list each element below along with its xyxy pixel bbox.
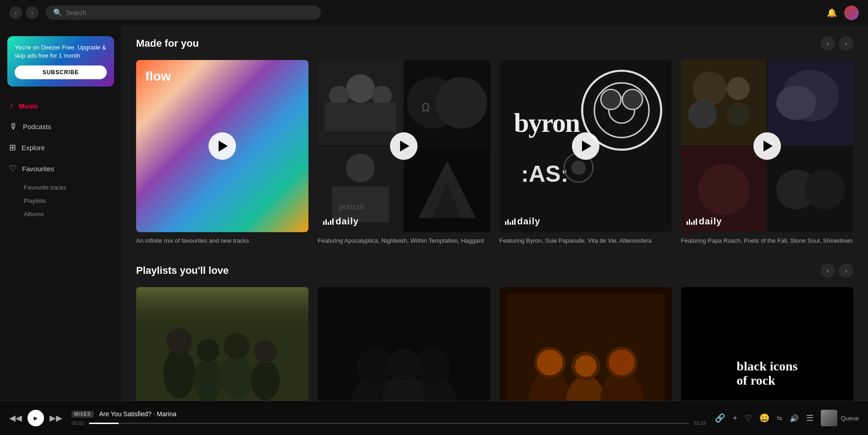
playlist2-thumb [318,287,490,401]
time-total: 03:18 [693,420,706,426]
svg-point-45 [224,333,249,359]
daily2-description: Featuring Byron, Suie Paparude, Vita de … [500,237,672,245]
sidebar-item-albums[interactable]: Albums [24,207,121,221]
svg-point-46 [251,360,280,401]
flow-card[interactable]: flow An infinite mix of favourites and n… [136,60,308,245]
daily1-description: Featuring Apocalyptica, Nightwish, Withi… [318,237,490,245]
time-current: 00:01 [71,420,84,426]
flow-play-overlay [136,60,308,232]
back-button[interactable]: ‹ [9,6,22,19]
made-for-you-prev-button[interactable]: ‹ [820,36,835,51]
volume-button[interactable]: 🔊 [790,414,799,423]
daily2-card[interactable]: byron :AS: [500,60,672,245]
progress-fill [89,423,119,424]
play-triangle-icon3 [582,141,591,152]
playlist2-card[interactable] [318,287,490,401]
shuffle-button[interactable]: ⇆ [777,414,782,422]
sidebar-item-playlists[interactable]: Playlists [24,194,121,207]
playlists-prev-button[interactable]: ‹ [820,263,835,278]
sidebar-item-label-podcasts: Podcasts [23,123,51,130]
link-icon-button[interactable]: 🔗 [715,413,725,423]
daily3-play-overlay [681,60,853,232]
explore-icon: ⊞ [9,142,16,152]
sidebar-item-podcasts[interactable]: 🎙 Podcasts [0,116,121,137]
daily1-card[interactable]: Ω portrait [318,60,490,245]
daily3-play-button[interactable] [753,132,781,160]
sidebar-item-music[interactable]: ♪ Music [0,96,121,116]
search-icon: 🔍 [53,8,62,17]
content-area: Made for you ‹ › flow [121,25,868,401]
made-for-you-header: Made for you ‹ › [136,36,853,51]
svg-point-47 [254,340,277,363]
avatar[interactable] [844,5,859,20]
svg-point-53 [415,348,450,384]
equalizer-button[interactable]: ☰ [806,413,813,423]
daily2-play-overlay [500,60,672,232]
made-for-you-nav: ‹ › [820,36,853,51]
svg-point-40 [164,348,195,399]
emoji-button[interactable]: 😀 [759,413,769,423]
add-to-playlist-button[interactable]: + [732,413,737,423]
play-pause-button[interactable]: ► [27,410,44,426]
flow-play-button[interactable] [209,132,236,160]
main-layout: You're on Deezer Free. Upgrade & skip ad… [0,25,868,401]
subscribe-button[interactable]: SUBSCRIBE [15,65,107,79]
daily1-play-overlay [318,60,490,232]
svg-point-67 [609,350,634,375]
made-for-you-next-button[interactable]: › [839,36,853,51]
daily2-play-button[interactable] [572,132,599,160]
playlists-next-button[interactable]: › [839,263,853,278]
top-bar: ‹ › 🔍 🔔 [0,0,868,25]
promo-card: You're on Deezer Free. Upgrade & skip ad… [7,36,114,87]
track-name: Are You Satisfied? · Marina [99,410,176,418]
daily1-play-button[interactable] [390,132,418,160]
svg-point-55 [388,349,420,381]
svg-point-66 [575,355,596,377]
track-top: MIXES Are You Satisfied? · Marina [71,410,706,418]
player-right-controls: 🔗 + ♡ 😀 ⇆ 🔊 ☰ Queue [715,410,859,426]
playlist1-card[interactable] [136,287,308,401]
svg-rect-48 [136,287,308,330]
mixes-badge: MIXES [71,411,93,418]
svg-rect-69 [665,287,672,401]
playlist4-thumb: black iconsof rock [681,287,853,401]
flow-description: An infinite mix of favourites and new tr… [136,237,308,245]
play-triangle-icon4 [764,141,773,152]
playlist3-card[interactable] [500,287,672,401]
sidebar-item-label-explore: Explore [22,144,45,152]
made-for-you-grid: flow An infinite mix of favourites and n… [136,60,853,245]
music-icon: ♪ [9,101,13,111]
playlists-header: Playlists you'll love ‹ › [136,263,853,278]
sidebar-item-label-favourites: Favourites [22,165,54,173]
daily3-description: Featuring Papa Roach, Poets of the Fall,… [681,237,853,245]
queue-area: Queue [821,410,859,426]
svg-point-41 [166,328,192,354]
playlist4-card[interactable]: black iconsof rock [681,287,853,401]
skip-forward-button[interactable]: ▶▶ [49,413,62,423]
progress-bar[interactable] [89,423,689,424]
sidebar-item-label-music: Music [19,102,38,110]
sidebar-item-favourites[interactable]: ♡ Favourites [0,158,121,179]
skip-back-button[interactable]: ◀◀ [9,413,22,423]
search-input[interactable] [66,9,313,16]
favourite-button[interactable]: ♡ [745,413,752,423]
promo-text: You're on Deezer Free. Upgrade & skip ad… [15,44,107,60]
sidebar-item-explore[interactable]: ⊞ Explore [0,137,121,158]
playlists-title: Playlists you'll love [136,265,229,277]
queue-thumbnail [821,410,837,426]
svg-point-43 [197,339,220,362]
sidebar: You're on Deezer Free. Upgrade & skip ad… [0,25,121,401]
svg-rect-68 [500,287,507,401]
forward-button[interactable]: › [26,6,38,19]
top-right-controls: 🔔 [827,5,859,20]
queue-button[interactable]: Queue [841,415,859,422]
play-triangle-icon2 [400,141,409,152]
made-for-you-title: Made for you [136,38,199,49]
playlists-section: Playlists you'll love ‹ › [136,263,853,401]
sidebar-item-favourite-tracks[interactable]: Favourite tracks [24,181,121,194]
daily3-card[interactable]: daily Featuring Papa Roach, Poets of the… [681,60,853,245]
nav-arrows: ‹ › [9,6,38,19]
notification-icon[interactable]: 🔔 [827,8,837,18]
svg-point-44 [221,354,253,400]
svg-point-65 [537,350,562,375]
